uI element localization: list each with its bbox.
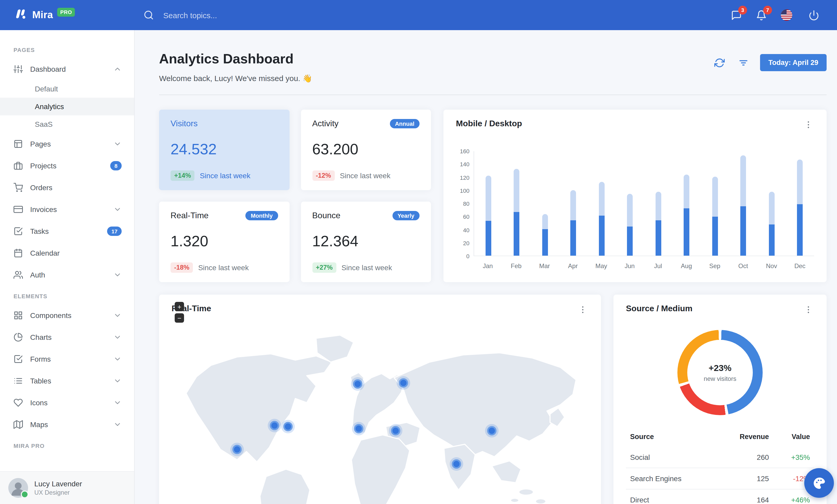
sidebar-item-forms[interactable]: Forms (0, 348, 134, 370)
map-marker (281, 420, 295, 433)
stat-value: 12.364 (312, 233, 420, 250)
search-icon (141, 8, 156, 22)
stat-delta-badge: +14% (171, 170, 195, 181)
map-marker (230, 443, 244, 456)
map-zoom-in-button[interactable]: + (175, 302, 184, 311)
heart-icon (14, 398, 23, 407)
header-divider (159, 95, 826, 95)
chevron-down-icon (113, 355, 122, 363)
more-vertical-icon[interactable] (577, 304, 588, 315)
source-table-header-source: Source (626, 428, 716, 447)
bar-feb (514, 169, 520, 256)
chevron-down-icon (113, 205, 122, 213)
page-title: Analytics Dashboard (159, 51, 312, 67)
sidebar-item-tasks[interactable]: Tasks17 (0, 220, 134, 242)
sidebar-item-invoices[interactable]: Invoices (0, 199, 134, 220)
sidebar-item-projects[interactable]: Projects8 (0, 155, 134, 177)
table-row-search-engines: Search Engines125-12% (626, 468, 814, 489)
chevron-down-icon (113, 421, 122, 429)
sidebar-subitem-analytics[interactable]: Analytics (0, 98, 134, 115)
layout-icon (14, 139, 23, 149)
x-axis-line (474, 256, 814, 256)
sidebar-item-components[interactable]: Components (0, 304, 134, 326)
users-icon (14, 270, 23, 280)
bar-sep (712, 177, 718, 257)
sidebar-subitem-default[interactable]: Default (0, 80, 134, 98)
bar-jun (627, 194, 633, 256)
sidebar-item-charts[interactable]: Charts (0, 326, 134, 348)
realtime-map-card: Real-Time + − (159, 295, 601, 504)
sidebar-nav: PAGESDashboardDefaultAnalyticsSaaSPagesP… (0, 30, 134, 471)
filter-icon[interactable] (736, 55, 751, 70)
grid-icon (14, 311, 23, 320)
sidebar-item-auth[interactable]: Auth (0, 264, 134, 286)
list-icon (14, 376, 23, 386)
date-button[interactable]: Today: April 29 (760, 54, 826, 71)
user-role: UX Designer (34, 489, 82, 496)
x-tick-jun: Jun (616, 262, 644, 270)
mira-logo-icon (14, 7, 27, 23)
bar-nov (769, 192, 774, 256)
stat-caption: Since last week (341, 263, 392, 272)
more-vertical-icon[interactable] (803, 119, 814, 130)
bar-chart-x-axis: JanFebMarAprMayJunJulAugSepOctNovDec (474, 262, 814, 270)
bar-chart-y-axis: 020406080100120140160 (456, 151, 474, 256)
stat-cards: Visitors24.532+14%Since last weekActivit… (159, 110, 431, 282)
table-row-direct: Direct164+46% (626, 489, 814, 504)
brand[interactable]: Mira PRO (0, 7, 134, 23)
map-zoom-out-button[interactable]: − (175, 313, 184, 323)
sidebar-user[interactable]: Lucy Lavender UX Designer (0, 471, 134, 504)
more-vertical-icon[interactable] (803, 304, 814, 315)
sidebar-item-pages[interactable]: Pages (0, 133, 134, 155)
stat-period-pill: Annual (390, 119, 420, 128)
sliders-icon (14, 64, 23, 74)
stat-delta-badge: +27% (312, 262, 336, 273)
x-tick-nov: Nov (758, 262, 786, 270)
power-icon[interactable] (806, 7, 821, 23)
donut-center-value: +23% (709, 363, 731, 373)
search-input[interactable] (162, 10, 300, 20)
source-card-title: Source / Medium (626, 304, 693, 313)
sidebar: PAGESDashboardDefaultAnalyticsSaaSPagesP… (0, 30, 135, 504)
map-marker (397, 376, 410, 390)
source-medium-card: Source / Medium +23% new visitors Source… (613, 295, 826, 504)
credit-card-icon (14, 205, 23, 214)
sidebar-item-dashboard[interactable]: Dashboard (0, 58, 134, 80)
stat-title: Activity (312, 119, 338, 128)
language-flag-us[interactable] (781, 10, 792, 21)
bar-chart-bars (474, 151, 814, 256)
theme-settings-fab[interactable] (804, 468, 834, 498)
sidebar-item-tables[interactable]: Tables (0, 370, 134, 392)
online-status-dot (21, 490, 29, 498)
x-tick-jul: Jul (644, 262, 672, 270)
map-marker (268, 419, 281, 432)
stat-period-pill: Yearly (392, 211, 420, 220)
sidebar-item-orders[interactable]: Orders (0, 177, 134, 199)
stat-title: Bounce (312, 211, 340, 220)
messages-count-badge: 3 (738, 5, 747, 14)
bar-dec (797, 160, 803, 256)
sidebar-item-icons[interactable]: Icons (0, 392, 134, 414)
check-square-icon (14, 226, 23, 236)
avatar (8, 478, 28, 498)
table-row-social: Social260+35% (626, 447, 814, 468)
bar-chart-plot (474, 151, 814, 256)
stat-delta-badge: -12% (312, 170, 335, 181)
stat-caption: Since last week (198, 263, 249, 272)
chevron-down-icon (113, 271, 122, 279)
chevron-up-icon (113, 65, 122, 73)
sidebar-subitem-saas[interactable]: SaaS (0, 115, 134, 133)
bar-may (599, 182, 605, 256)
sidebar-item-maps[interactable]: Maps (0, 414, 134, 435)
sidebar-item-calendar[interactable]: Calendar (0, 242, 134, 264)
map-marker (351, 377, 364, 391)
sidebar-section-label-mira-pro: MIRA PRO (0, 435, 134, 454)
world-map[interactable] (159, 325, 601, 504)
refresh-icon[interactable] (712, 55, 727, 70)
x-tick-sep: Sep (700, 262, 729, 270)
stat-card-activity: ActivityAnnual63.200-12%Since last week (301, 110, 431, 190)
bar-jul (656, 192, 661, 256)
navbar-actions: 3 7 (731, 7, 837, 23)
messages-button[interactable]: 3 (731, 10, 742, 20)
notifications-button[interactable]: 7 (756, 10, 767, 20)
